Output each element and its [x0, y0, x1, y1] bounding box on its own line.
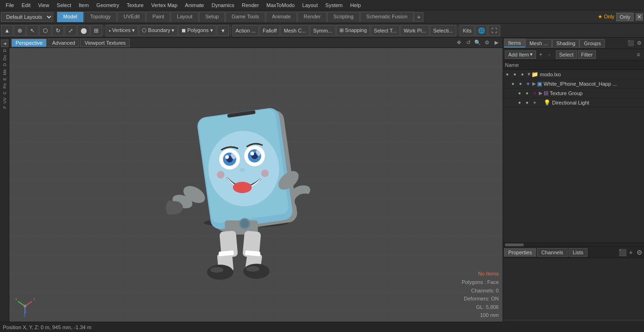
menu-geometry[interactable]: Geometry [92, 1, 123, 9]
menu-file[interactable]: File [2, 1, 18, 9]
tab-setup[interactable]: Setup [199, 12, 225, 22]
expand-texgrp[interactable]: ▶ [539, 90, 544, 96]
menu-animate[interactable]: Animate [181, 1, 207, 9]
eye2-texgrp[interactable]: ● [524, 90, 530, 97]
eye3-dirlight[interactable]: ◈ [531, 99, 538, 106]
tree-row-root[interactable]: ● ● ● ▼ 📁 modo.lxo [503, 70, 644, 79]
eye-texgrp[interactable]: ● [516, 90, 523, 97]
items-panel-expand[interactable]: ⬛ [627, 40, 635, 47]
eye-mesh[interactable]: ● [510, 81, 516, 87]
eye-dirlight[interactable]: ● [516, 99, 523, 106]
tab-topology[interactable]: Topology [84, 12, 117, 22]
menu-render[interactable]: Render [238, 1, 263, 9]
tab-close-btn[interactable]: ✕ [636, 13, 643, 21]
items-scrollbar[interactable] [503, 243, 644, 246]
tab-scripting[interactable]: Scripting [327, 12, 360, 22]
eye2-mesh[interactable]: ● [517, 81, 524, 87]
symm-btn[interactable]: Symm... [310, 25, 335, 36]
tab-add-layout[interactable]: + [414, 12, 423, 22]
tool-transform[interactable]: ⬡ [39, 25, 51, 36]
eye-root[interactable]: ● [504, 71, 511, 78]
menu-maxtomodo[interactable]: MaxToModo [263, 1, 298, 9]
tool-cursor[interactable]: ↖ [26, 25, 39, 36]
sidebar-label-c[interactable]: C [2, 90, 7, 96]
vp-icon-play[interactable]: ▶ [492, 39, 501, 47]
snapping-btn[interactable]: ⊞ Snapping [336, 25, 371, 36]
sidebar-label-d2[interactable]: D [2, 62, 7, 67]
sidebar-label-mesh[interactable]: Me [2, 68, 7, 76]
add-item-button[interactable]: Add Item ▾ [505, 50, 536, 59]
eye3-mesh[interactable]: ◈ [525, 81, 531, 87]
work-pl-btn[interactable]: Work Pl... [400, 25, 429, 36]
menu-layout[interactable]: Layout [298, 1, 322, 9]
tab-properties[interactable]: Properties [504, 248, 536, 257]
tab-animate[interactable]: Animate [266, 12, 297, 22]
menu-help[interactable]: Help [347, 1, 365, 9]
select-button[interactable]: Select [556, 50, 577, 59]
component-boundary[interactable]: ⬡ Boundary ▾ [139, 25, 178, 36]
component-extra[interactable]: ▾ [217, 25, 229, 36]
tab-groups[interactable]: Groups [579, 39, 605, 48]
expand-mesh[interactable]: ▶ [532, 81, 537, 86]
sidebar-label-dup[interactable]: Du [2, 54, 7, 62]
sidebar-label-pol[interactable]: Po [2, 82, 7, 89]
tool-select-mode[interactable]: ▲ [1, 25, 13, 36]
vp-tab-perspective[interactable]: Perspective [11, 39, 47, 47]
3d-viewport[interactable]: No Items Polygons : Face Channels: 0 Def… [9, 48, 503, 322]
menu-item[interactable]: Item [75, 1, 92, 9]
vp-tab-advanced[interactable]: Advanced [48, 39, 79, 47]
tab-layout[interactable]: Layout [171, 12, 198, 22]
menu-vertex-map[interactable]: Vertex Map [148, 1, 182, 9]
menu-system[interactable]: System [322, 1, 347, 9]
tab-mesh[interactable]: Mesh ... [525, 39, 552, 48]
vp-tab-textures[interactable]: Viewport Textures [80, 39, 130, 47]
globe-btn[interactable]: 🌐 [475, 25, 487, 36]
properties-settings[interactable]: ⚙ [636, 249, 643, 256]
tool-flip[interactable]: ⬤ [77, 25, 90, 36]
eye3-texgrp[interactable]: ◈ [531, 90, 538, 97]
vp-icon-reset[interactable]: ↺ [464, 39, 472, 47]
selecti-btn[interactable]: Selecti... [430, 25, 456, 36]
filter-button[interactable]: Filter [578, 50, 596, 59]
tab-shading[interactable]: Shading [552, 39, 579, 48]
tool-move-snap[interactable]: ⊞ [90, 25, 102, 36]
tree-row-dirlight[interactable]: ● ● ◈ ▶ 💡 Directional Light [503, 98, 644, 107]
sidebar-label-f[interactable]: F [2, 105, 7, 110]
vp-icon-search[interactable]: 🔍 [473, 39, 482, 47]
tool-rotate[interactable]: ↻ [52, 25, 64, 36]
sidebar-label-e[interactable]: E [2, 77, 7, 81]
properties-add[interactable]: + [627, 249, 635, 256]
tab-model[interactable]: Model [57, 12, 83, 22]
menu-dynamics[interactable]: Dynamics [208, 1, 238, 9]
layout-dropdown[interactable]: Default Layouts [1, 12, 53, 22]
tab-only-btn[interactable]: Only [616, 13, 634, 21]
tab-game-tools[interactable]: Game Tools [225, 12, 265, 22]
items-list[interactable]: ● ● ● ▼ 📁 modo.lxo ● ● ◈ ▶ ▣ White_IPhon… [503, 70, 644, 243]
action-btn[interactable]: Action ... [232, 25, 259, 36]
tab-schematic-fusion[interactable]: Schematic Fusion [360, 12, 413, 22]
eye2-dirlight[interactable]: ● [524, 99, 530, 106]
menu-edit[interactable]: Edit [18, 1, 34, 9]
properties-expand[interactable]: ⬛ [619, 249, 626, 256]
kits-btn[interactable]: Kits [460, 25, 475, 36]
items-dots[interactable]: ≡ [635, 51, 642, 58]
tree-row-texgrp[interactable]: ● ● ◈ ▶ ▤ Texture Group [503, 89, 644, 98]
select-t-btn[interactable]: Select T... [371, 25, 400, 36]
tab-lists[interactable]: Lists [569, 248, 588, 257]
tool-scale[interactable]: ⤢ [65, 25, 77, 36]
tab-render[interactable]: Render [297, 12, 327, 22]
maximize-btn[interactable]: ⛶ [488, 25, 500, 36]
sidebar-collapse[interactable]: ◀ [1, 40, 8, 47]
falloff-btn[interactable]: Falloff [259, 25, 280, 36]
menu-select[interactable]: Select [53, 1, 75, 9]
component-vertices[interactable]: • Vertices ▾ [106, 25, 138, 36]
component-polygons[interactable]: ◼ Polygons ▾ [178, 25, 216, 36]
items-panel-settings[interactable]: ⚙ [636, 40, 643, 47]
eye3-root[interactable]: ● [519, 71, 526, 78]
menu-texture[interactable]: Texture [123, 1, 148, 9]
menu-view[interactable]: View [34, 1, 53, 9]
items-delete-icon[interactable]: - [545, 51, 553, 58]
vp-icon-move[interactable]: ✥ [454, 39, 463, 47]
sidebar-label-uv[interactable]: UV [2, 97, 7, 105]
tab-items[interactable]: Items [504, 39, 525, 48]
